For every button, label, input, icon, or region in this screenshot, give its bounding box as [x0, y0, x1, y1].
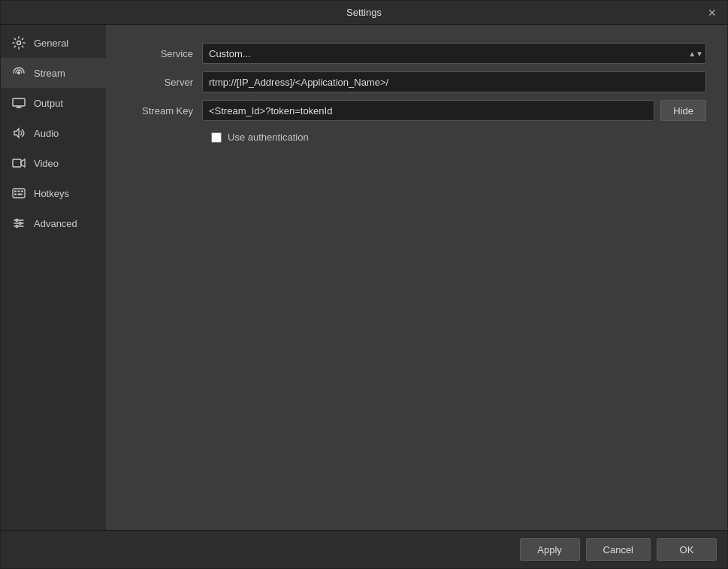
- close-button[interactable]: ✕: [706, 7, 718, 19]
- auth-row: Use authentication: [211, 132, 706, 143]
- svg-rect-12: [23, 194, 23, 195]
- advanced-icon: [11, 216, 26, 231]
- sidebar-label-audio: Audio: [34, 128, 59, 139]
- sidebar-item-video[interactable]: Video: [1, 148, 106, 178]
- service-row: Service Custom... ▲▼: [127, 43, 706, 64]
- sidebar-item-stream[interactable]: Stream: [1, 58, 106, 88]
- svg-rect-5: [13, 159, 21, 167]
- apply-button[interactable]: Apply: [520, 538, 580, 561]
- cancel-button[interactable]: Cancel: [586, 538, 651, 561]
- use-auth-checkbox[interactable]: [211, 132, 222, 143]
- service-control: Custom... ▲▼: [202, 43, 706, 64]
- sidebar-item-hotkeys[interactable]: Hotkeys: [1, 178, 106, 208]
- sidebar: General Stream: [1, 25, 106, 530]
- sidebar-label-stream: Stream: [34, 68, 65, 79]
- sidebar-label-output: Output: [34, 98, 63, 109]
- ok-button[interactable]: OK: [657, 538, 717, 561]
- stream-key-label: Stream Key: [127, 105, 202, 117]
- svg-point-14: [20, 222, 22, 225]
- sidebar-label-general: General: [34, 38, 68, 49]
- hide-button[interactable]: Hide: [660, 100, 706, 121]
- svg-rect-8: [18, 191, 20, 192]
- svg-rect-11: [18, 194, 23, 195]
- sidebar-label-video: Video: [34, 158, 59, 169]
- svg-point-1: [17, 71, 20, 74]
- hotkeys-icon: [11, 186, 26, 201]
- svg-point-0: [17, 41, 21, 45]
- sidebar-item-output[interactable]: Output: [1, 88, 106, 118]
- server-input[interactable]: [202, 71, 706, 92]
- content-area: General Stream: [1, 25, 727, 530]
- service-select-wrapper: Custom... ▲▼: [202, 43, 706, 64]
- service-label: Service: [127, 48, 202, 59]
- sidebar-item-audio[interactable]: Audio: [1, 118, 106, 148]
- gear-icon: [11, 35, 26, 50]
- output-icon: [11, 95, 26, 110]
- stream-key-row: Stream Key Hide: [127, 100, 706, 121]
- svg-rect-9: [21, 191, 23, 192]
- footer: Apply Cancel OK: [1, 530, 727, 568]
- stream-icon: [11, 65, 26, 80]
- sidebar-item-advanced[interactable]: Advanced: [1, 208, 106, 238]
- svg-rect-6: [13, 189, 25, 198]
- stream-key-control: Hide: [202, 100, 706, 121]
- titlebar: Settings ✕: [1, 1, 727, 25]
- server-row: Server: [127, 71, 706, 92]
- video-icon: [11, 156, 26, 171]
- service-select[interactable]: Custom...: [202, 43, 706, 64]
- svg-rect-7: [14, 191, 17, 192]
- svg-rect-10: [14, 194, 17, 195]
- sidebar-item-general[interactable]: General: [1, 28, 106, 58]
- server-control: [202, 71, 706, 92]
- window-title: Settings: [22, 7, 706, 18]
- server-label: Server: [127, 77, 202, 88]
- stream-form: Service Custom... ▲▼ Server: [127, 43, 706, 512]
- sidebar-label-hotkeys: Hotkeys: [34, 188, 69, 199]
- sidebar-label-advanced: Advanced: [34, 218, 77, 229]
- svg-rect-2: [13, 98, 25, 106]
- main-content: Service Custom... ▲▼ Server: [106, 25, 727, 530]
- audio-icon: [11, 126, 26, 141]
- stream-key-input[interactable]: [202, 100, 654, 121]
- use-auth-label[interactable]: Use authentication: [228, 132, 309, 143]
- settings-window: Settings ✕ General: [0, 0, 728, 569]
